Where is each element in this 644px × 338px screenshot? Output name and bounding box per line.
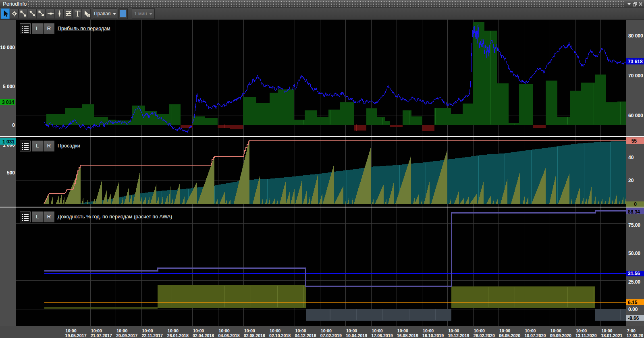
svg-text:6.15: 6.15	[628, 300, 638, 305]
svg-text:80 000: 80 000	[628, 33, 643, 39]
svg-text:10:00: 10:00	[270, 328, 280, 333]
svg-text:28.02.2020: 28.02.2020	[474, 333, 495, 338]
svg-text:10:00: 10:00	[346, 328, 357, 333]
svg-text:17.03.20: 17.03.20	[627, 333, 643, 338]
svg-text:21.07.2017: 21.07.2017	[91, 333, 112, 338]
svg-text:10:00: 10:00	[601, 328, 612, 333]
svg-text:06.05.2020: 06.05.2020	[499, 333, 520, 338]
svg-text:10.04.2019: 10.04.2019	[346, 333, 367, 338]
svg-text:10:00: 10:00	[372, 328, 383, 333]
svg-text:10:00: 10:00	[474, 328, 485, 333]
svg-text:7:00: 7:00	[627, 328, 636, 333]
svg-text:10:00: 10:00	[423, 328, 434, 333]
svg-text:10:00: 10:00	[168, 328, 179, 333]
svg-text:26.01.2018: 26.01.2018	[167, 333, 189, 338]
svg-text:04.06.2018: 04.06.2018	[218, 333, 240, 338]
svg-text:50.00: 50.00	[628, 251, 640, 256]
svg-text:88.34: 88.34	[628, 209, 640, 215]
svg-text:19.05.2017: 19.05.2017	[65, 333, 87, 338]
svg-text:20.09.2017: 20.09.2017	[116, 333, 137, 338]
svg-text:10:00: 10:00	[219, 328, 230, 333]
svg-text:10:00: 10:00	[116, 328, 127, 333]
svg-text:13.11.2020: 13.11.2020	[575, 333, 597, 338]
svg-text:10:00: 10:00	[525, 328, 536, 333]
svg-text:10:00: 10:00	[91, 328, 102, 333]
svg-text:500: 500	[7, 170, 15, 176]
svg-text:10:00: 10:00	[448, 328, 459, 333]
svg-text:02.04.2018: 02.04.2018	[193, 333, 214, 338]
svg-text:10:00: 10:00	[397, 328, 408, 333]
svg-text:17.06.2019: 17.06.2019	[372, 333, 393, 338]
svg-text:07.02.2019: 07.02.2019	[320, 333, 342, 338]
svg-text:10:00: 10:00	[193, 328, 204, 333]
svg-text:60 000: 60 000	[628, 113, 643, 118]
svg-text:31.56: 31.56	[628, 271, 640, 276]
svg-text:25.00: 25.00	[628, 279, 640, 285]
svg-text:0.00: 0.00	[628, 307, 638, 312]
svg-text:-8.66: -8.66	[628, 315, 639, 321]
svg-text:75.00: 75.00	[628, 222, 640, 228]
svg-text:70 000: 70 000	[628, 73, 643, 79]
svg-text:10:00: 10:00	[499, 328, 510, 333]
svg-text:55: 55	[632, 138, 637, 144]
svg-text:10:00: 10:00	[551, 328, 561, 333]
svg-text:10:00: 10:00	[142, 328, 153, 333]
svg-text:16.10.2019: 16.10.2019	[422, 333, 444, 338]
svg-text:3 014: 3 014	[2, 100, 14, 105]
svg-text:10 000: 10 000	[0, 45, 15, 50]
svg-text:20: 20	[628, 178, 634, 183]
svg-text:10:00: 10:00	[244, 328, 255, 333]
svg-text:73 618: 73 618	[628, 59, 643, 64]
svg-text:40: 40	[628, 155, 634, 160]
svg-text:0: 0	[12, 122, 15, 128]
svg-text:0: 0	[634, 201, 637, 207]
svg-text:02.08.2018: 02.08.2018	[244, 333, 265, 338]
svg-text:02.10.2018: 02.10.2018	[269, 333, 291, 338]
svg-text:1 031: 1 031	[2, 139, 15, 145]
svg-text:10:00: 10:00	[295, 328, 306, 333]
svg-text:04.12.2018: 04.12.2018	[295, 333, 316, 338]
svg-text:10:00: 10:00	[66, 328, 77, 333]
svg-text:19.12.2019: 19.12.2019	[448, 333, 469, 338]
svg-text:10:00: 10:00	[576, 328, 587, 333]
svg-text:10.07.2020: 10.07.2020	[524, 333, 546, 338]
svg-text:22.11.2017: 22.11.2017	[142, 333, 163, 338]
svg-text:09.09.2020: 09.09.2020	[550, 333, 571, 338]
svg-text:18.01.2021: 18.01.2021	[601, 333, 622, 338]
svg-text:5 000: 5 000	[3, 84, 15, 89]
svg-text:10:00: 10:00	[321, 328, 332, 333]
svg-text:16.08.2019: 16.08.2019	[397, 333, 418, 338]
